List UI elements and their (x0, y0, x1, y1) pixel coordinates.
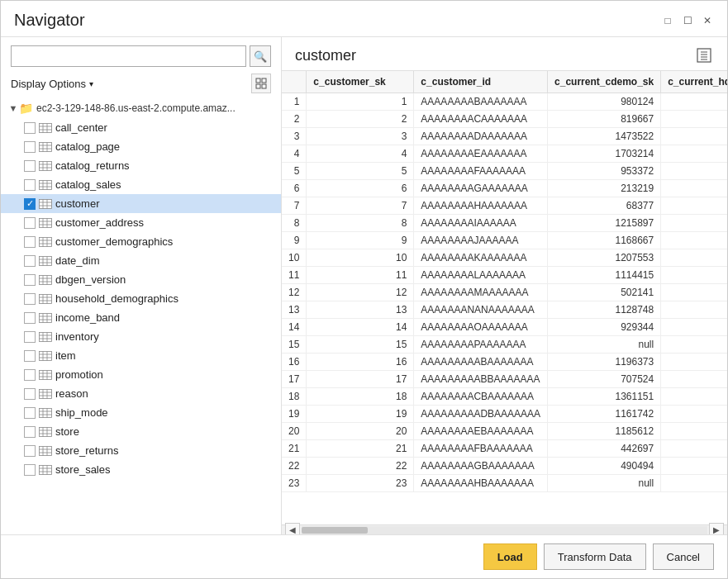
tree-item-checkbox-customer_demographics[interactable] (24, 236, 36, 248)
cell-c_current_cdemo_sk: 1361151 (548, 388, 661, 406)
tree-scroll[interactable]: ▼ 📁 ec2-3-129-148-86.us-east-2.compute.a… (1, 98, 281, 534)
display-options-button[interactable]: Display Options ▾ (11, 78, 93, 90)
cell-c_current_cdemo_sk: 953372 (548, 163, 661, 180)
tree-item-checkbox-reason[interactable] (24, 388, 36, 400)
cell-c_current_hdemo_sk: . (661, 423, 727, 440)
cell-c_current_hdemo_sk: 24 (661, 215, 727, 232)
tree-item-income_band[interactable]: income_band (1, 308, 281, 327)
tree-item-checkbox-item[interactable] (24, 350, 36, 362)
cell-c_customer_id: AAAAAAAACAAAAAAA (414, 111, 548, 128)
maximize-button[interactable]: ☐ (681, 14, 694, 27)
search-button[interactable]: 🔍 (250, 45, 271, 67)
tree-root-node[interactable]: ▼ 📁 ec2-3-129-148-86.us-east-2.compute.a… (1, 98, 281, 118)
load-button[interactable]: Load (483, 543, 537, 570)
horizontal-scrollbar[interactable]: ◀ ▶ (282, 524, 727, 534)
cell-c_customer_id: AAAAAAANANAAAAAAA (414, 301, 548, 319)
tree-item-date_dim[interactable]: date_dim (1, 251, 281, 270)
cell-c_customer_sk: 11 (307, 267, 414, 284)
table-row: 44AAAAAAAAEAAAAAAA170321439 (282, 145, 727, 163)
svg-rect-69 (40, 370, 52, 379)
table-header-row: c_customer_skc_customer_idc_current_cdem… (282, 71, 727, 93)
preview-title: customer (295, 47, 356, 64)
tree-item-checkbox-store_sales[interactable] (24, 464, 36, 476)
search-bar: 🔍 (1, 37, 281, 72)
tree-item-checkbox-catalog_sales[interactable] (24, 179, 36, 191)
table-icon-customer_address (39, 218, 52, 228)
minimize-button[interactable]: □ (661, 14, 674, 27)
transform-data-button[interactable]: Transform Data (544, 543, 646, 570)
table-row: 77AAAAAAAAHAAAAAAA6837732 (282, 197, 727, 215)
data-table: c_customer_skc_customer_idc_current_cdem… (282, 71, 727, 492)
tree-item-customer_address[interactable]: customer_address (1, 213, 281, 232)
tree-item-checkbox-catalog_returns[interactable] (24, 160, 36, 172)
tree-item-label-household_demographics: household_demographics (55, 292, 178, 305)
tree-item-store_returns[interactable]: store_returns (1, 441, 281, 460)
cell-c_current_cdemo_sk: 1215897 (548, 215, 661, 232)
cell-c_customer_id: AAAAAAAAEAAAAAAA (414, 145, 548, 163)
scroll-thumb[interactable] (302, 527, 368, 534)
svg-rect-89 (40, 446, 52, 455)
tree-item-reason[interactable]: reason (1, 384, 281, 403)
tree-item-checkbox-dbgen_version[interactable] (24, 274, 36, 286)
tree-item-store[interactable]: store (1, 422, 281, 441)
tree-item-checkbox-ship_mode[interactable] (24, 407, 36, 419)
row-number: 22 (282, 458, 307, 475)
row-number: 17 (282, 371, 307, 388)
tree-item-label-store_sales: store_sales (55, 463, 110, 476)
tree-item-checkbox-household_demographics[interactable] (24, 293, 36, 305)
cell-c_customer_id: AAAAAAAAADBAAAAAAA (414, 406, 548, 423)
table-icon-inventory (39, 332, 52, 342)
cell-c_current_hdemo_sk: 51 (661, 249, 727, 267)
tree-item-catalog_sales[interactable]: catalog_sales (1, 175, 281, 194)
tree-item-promotion[interactable]: promotion (1, 365, 281, 384)
tree-item-customer_demographics[interactable]: customer_demographics (1, 232, 281, 251)
tree-item-checkbox-income_band[interactable] (24, 312, 36, 324)
cell-c_current_cdemo_sk: 980124 (548, 93, 661, 111)
tree-item-checkbox-customer[interactable]: ✓ (24, 198, 36, 210)
row-number: 12 (282, 284, 307, 301)
row-number: 20 (282, 423, 307, 440)
tree-item-checkbox-store[interactable] (24, 426, 36, 438)
cell-c_customer_sk: 16 (307, 354, 414, 371)
tree-item-checkbox-store_returns[interactable] (24, 445, 36, 457)
tree-item-checkbox-customer_address[interactable] (24, 217, 36, 229)
search-input[interactable] (11, 45, 246, 67)
table-row: 11AAAAAAAABAAAAAAA98012471 (282, 93, 727, 111)
preview-header: customer (282, 37, 727, 70)
tree-item-call_center[interactable]: call_center (1, 118, 281, 137)
tree-item-label-promotion: promotion (55, 368, 103, 381)
close-button[interactable]: ✕ (701, 14, 714, 27)
tree-item-item[interactable]: item (1, 346, 281, 365)
select-related-button[interactable] (251, 74, 271, 93)
cell-c_customer_id: AAAAAAAAMAAAAAAA (414, 284, 548, 301)
cancel-button[interactable]: Cancel (653, 543, 714, 570)
table-icon-ship_mode (39, 408, 52, 418)
table-row: 2222AAAAAAAAGBAAAAAAA49049445 (282, 458, 727, 475)
tree-item-checkbox-inventory[interactable] (24, 331, 36, 343)
tree-item-household_demographics[interactable]: household_demographics (1, 289, 281, 308)
svg-rect-14 (40, 161, 52, 170)
tree-item-dbgen_version[interactable]: dbgen_version (1, 270, 281, 289)
tree-item-checkbox-date_dim[interactable] (24, 255, 36, 267)
row-number: 23 (282, 475, 307, 492)
data-table-container[interactable]: c_customer_skc_customer_idc_current_cdem… (282, 70, 727, 524)
tree-item-customer[interactable]: ✓ customer (1, 194, 281, 213)
tree-item-inventory[interactable]: inventory (1, 327, 281, 346)
tree-item-ship_mode[interactable]: ship_mode (1, 403, 281, 422)
tree-item-store_sales[interactable]: store_sales (1, 460, 281, 479)
svg-rect-49 (40, 294, 52, 303)
tree-item-checkbox-call_center[interactable] (24, 122, 36, 134)
left-panel: 🔍 Display Options ▾ (1, 37, 282, 534)
col-header-rownum (282, 71, 307, 93)
table-icon-store_sales (39, 465, 52, 475)
tree-item-catalog_page[interactable]: catalog_page (1, 137, 281, 156)
tree-item-checkbox-promotion[interactable] (24, 369, 36, 381)
tree-item-checkbox-catalog_page[interactable] (24, 141, 36, 153)
row-number: 19 (282, 406, 307, 423)
scroll-track[interactable] (302, 526, 707, 534)
cell-c_customer_sk: 14 (307, 319, 414, 336)
row-number: 4 (282, 145, 307, 163)
preview-export-icon[interactable] (694, 45, 714, 65)
tree-item-catalog_returns[interactable]: catalog_returns (1, 156, 281, 175)
table-row: 1818AAAAAAAACBAAAAAAA136115165 (282, 388, 727, 406)
